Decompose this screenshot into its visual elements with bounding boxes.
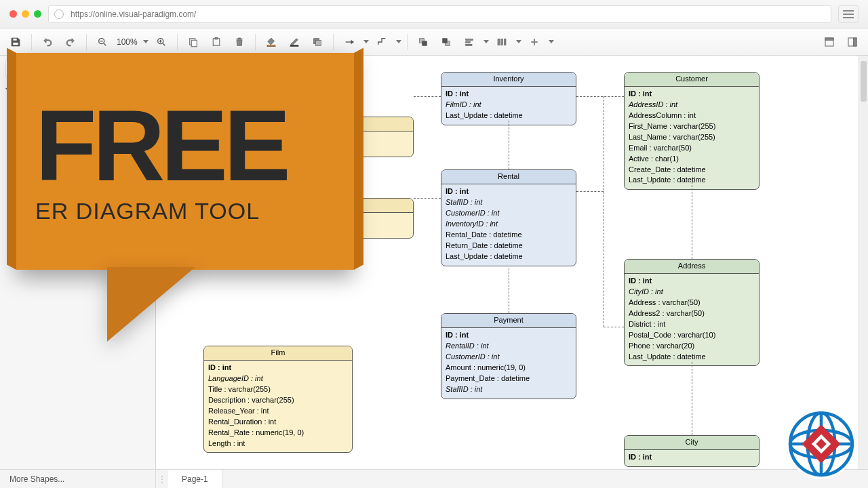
waypoint-dropdown-icon[interactable] xyxy=(396,40,401,43)
shape-search-input[interactable]: Se xyxy=(5,60,150,77)
entity-hidden-2[interactable] xyxy=(278,198,414,239)
connector[interactable] xyxy=(576,96,624,97)
copy-button[interactable] xyxy=(183,33,203,52)
site-info-icon[interactable] xyxy=(54,9,64,19)
entity-attribute: StaffID : int xyxy=(446,384,572,395)
minimize-window-icon[interactable] xyxy=(22,10,29,18)
undo-button[interactable] xyxy=(37,33,58,52)
entity-attribute: LanguageID : int xyxy=(208,373,348,384)
entity-film[interactable]: Film ID : intLanguageID : intTitle : var… xyxy=(203,346,353,453)
connector[interactable] xyxy=(692,362,692,435)
svg-rect-9 xyxy=(290,45,298,46)
entity-title: Rental xyxy=(441,170,576,184)
entity-attribute: Postal_Code : varchar(10) xyxy=(629,330,755,341)
entity-attribute: Last_Update : datetime xyxy=(446,110,572,121)
diagram-canvas[interactable]: Inventory ID : intFilmID : intLast_Updat… xyxy=(156,56,868,469)
distribute-button[interactable] xyxy=(492,33,512,52)
connector[interactable] xyxy=(604,327,624,327)
page-tab-label: Page-1 xyxy=(182,474,208,484)
to-back-button[interactable] xyxy=(436,33,456,52)
connector[interactable] xyxy=(692,182,692,259)
entity-payment[interactable]: Payment ID : intRentalID : intCustomerID… xyxy=(441,313,576,399)
redo-button[interactable] xyxy=(60,33,81,52)
svg-rect-1 xyxy=(13,42,18,45)
entity-address[interactable]: Address ID : intCityID : intAddress : va… xyxy=(624,259,760,366)
outline-panel-button[interactable] xyxy=(842,33,863,52)
entity-rental[interactable]: Rental ID : intStaffID : intCustomerID :… xyxy=(441,169,576,266)
waypoint-style-button[interactable] xyxy=(372,33,392,52)
entity-hidden-1[interactable] xyxy=(278,117,414,157)
window-controls xyxy=(9,10,41,18)
zoom-in-button[interactable] xyxy=(151,33,172,52)
connector[interactable] xyxy=(509,121,509,169)
distribute-dropdown-icon[interactable] xyxy=(516,40,521,43)
zoom-level[interactable]: 100% xyxy=(115,37,139,47)
entity-attribute: Email : varchar(50) xyxy=(629,143,755,154)
connector[interactable] xyxy=(576,191,604,192)
maximize-window-icon[interactable] xyxy=(34,10,41,18)
collapse-icon xyxy=(5,88,11,92)
sidebar-category[interactable]: En xyxy=(5,85,150,94)
entity-title: Customer xyxy=(625,73,759,87)
connector[interactable] xyxy=(509,268,509,313)
align-dropdown-icon[interactable] xyxy=(484,40,489,43)
entity-attribute: Address2 : varchar(50) xyxy=(629,308,755,319)
entity-attribute: Last_Name : varchar(255) xyxy=(629,132,755,143)
entity-attribute: CityID : int xyxy=(629,287,755,298)
url-bar[interactable]: https://online.visual-paradigm.com/ xyxy=(48,5,831,23)
more-shapes-button[interactable]: More Shapes... xyxy=(0,470,156,488)
vertical-scrollbar[interactable] xyxy=(859,56,868,469)
svg-rect-23 xyxy=(825,38,833,40)
entity-attribute: StaffID : int xyxy=(446,197,572,208)
more-shapes-label: More Shapes... xyxy=(9,474,64,484)
url-text: https://online.visual-paradigm.com/ xyxy=(71,9,196,19)
connector-dropdown-icon[interactable] xyxy=(363,40,369,43)
workspace: Se En Inventory ID : intFilmID : intLast… xyxy=(0,56,868,469)
svg-rect-21 xyxy=(504,39,506,45)
align-button[interactable] xyxy=(459,33,479,52)
browser-menu-button[interactable] xyxy=(838,5,859,23)
entity-attribute: Rental_Duration : int xyxy=(208,417,348,428)
fill-color-button[interactable] xyxy=(261,33,281,52)
entity-inventory[interactable]: Inventory ID : intFilmID : intLast_Updat… xyxy=(441,72,576,125)
shape-entity-yellow[interactable] xyxy=(7,99,34,115)
to-front-button[interactable] xyxy=(413,33,433,52)
insert-dropdown-icon[interactable] xyxy=(549,40,554,43)
svg-rect-0 xyxy=(13,38,17,40)
save-button[interactable] xyxy=(5,33,26,52)
entity-body: ID : int xyxy=(625,450,759,466)
entity-attribute: FilmID : int xyxy=(446,100,572,110)
entity-attribute: First_Name : varchar(255) xyxy=(629,121,755,132)
entity-attribute: District : int xyxy=(629,319,755,330)
close-window-icon[interactable] xyxy=(9,10,17,18)
paste-button[interactable] xyxy=(206,33,226,52)
entity-attribute: CustomerID : int xyxy=(446,208,572,219)
connector[interactable] xyxy=(604,96,604,327)
page-tab-handle-icon[interactable]: ⋮ xyxy=(156,474,168,484)
shadow-button[interactable] xyxy=(307,33,328,52)
svg-rect-7 xyxy=(215,37,218,39)
page-tab[interactable]: Page-1 xyxy=(168,470,222,488)
connector[interactable] xyxy=(414,198,441,199)
insert-button[interactable] xyxy=(524,33,545,52)
svg-rect-16 xyxy=(465,39,473,40)
svg-rect-11 xyxy=(315,40,321,45)
zoom-out-button[interactable] xyxy=(92,33,113,52)
svg-rect-25 xyxy=(853,38,856,46)
canvas-area[interactable]: Inventory ID : intFilmID : intLast_Updat… xyxy=(156,56,868,469)
entity-title: Payment xyxy=(441,314,576,328)
delete-button[interactable] xyxy=(229,33,250,52)
scrollbar-thumb[interactable] xyxy=(861,61,867,102)
format-panel-button[interactable] xyxy=(819,33,840,52)
connector-style-button[interactable] xyxy=(339,33,359,52)
connector[interactable] xyxy=(414,96,441,97)
entity-city[interactable]: City ID : int xyxy=(624,435,760,467)
svg-rect-18 xyxy=(465,44,471,45)
shape-entity-green[interactable] xyxy=(7,120,34,136)
entity-customer[interactable]: Customer ID : intAddressID : intAddressC… xyxy=(624,72,760,190)
entity-title: Inventory xyxy=(441,73,576,87)
entity-attribute: AddressColumn : int xyxy=(629,110,755,121)
zoom-dropdown-icon[interactable] xyxy=(143,40,149,43)
line-color-button[interactable] xyxy=(284,33,304,52)
entity-attribute: Return_Date : datetime xyxy=(446,241,572,251)
